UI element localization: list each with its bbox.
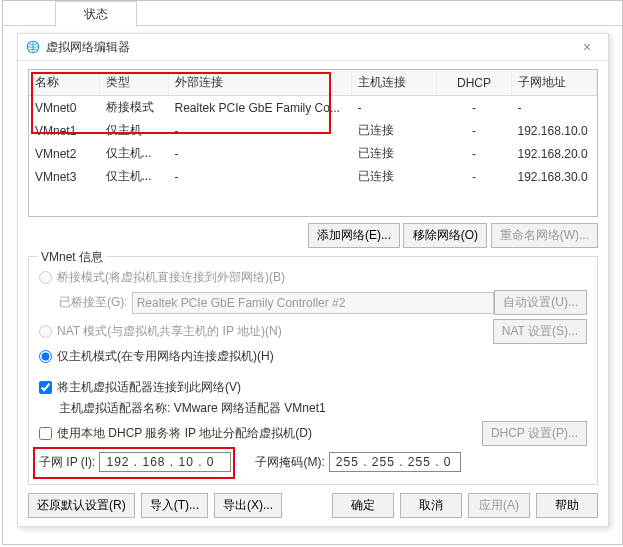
cell-name: VMnet2 [29, 142, 100, 165]
cell-ext: - [169, 165, 352, 188]
close-icon[interactable]: × [574, 34, 600, 60]
rename-network-button: 重命名网络(W)... [491, 223, 598, 248]
subnet-mask-input[interactable]: 255 . 255 . 255 . 0 [329, 452, 461, 472]
radio-hostonly-label: 仅主机模式(在专用网络内连接虚拟机)(H) [57, 348, 274, 365]
cell-ext: Realtek PCIe GbE Family Co... [169, 96, 352, 120]
vnet-editor-dialog: 虚拟网络编辑器 × 名称 类型 外部连接 主机连接 DHCP 子网地址 [17, 33, 609, 527]
radio-hostonly[interactable]: 仅主机模式(在专用网络内连接虚拟机)(H) [39, 348, 274, 365]
nat-set-button: NAT 设置(S)... [493, 319, 587, 344]
cell-name: VMnet0 [29, 96, 100, 120]
table-row[interactable]: VMnet3 仅主机... - 已连接 - 192.168.30.0 [29, 165, 597, 188]
tab-status[interactable]: 状态 [55, 1, 137, 27]
bottom-bar: 还原默认设置(R) 导入(T)... 导出(X)... 确定 取消 应用(A) … [28, 493, 598, 518]
row-nat: NAT 模式(与虚拟机共享主机的 IP 地址)(N) NAT 设置(S)... [39, 319, 587, 344]
row-hostadapter: 将主机虚拟适配器连接到此网络(V) [39, 379, 587, 396]
vmnet-table: 名称 类型 外部连接 主机连接 DHCP 子网地址 VMnet0 桥接模式 Re [28, 69, 598, 217]
radio-hostonly-input[interactable] [39, 350, 52, 363]
row-bridge: 桥接模式(将虚拟机直接连接到外部网络)(B) [39, 269, 587, 286]
bridge-to-label: 已桥接至(G): [59, 294, 128, 311]
chk-hostadapter-input[interactable] [39, 381, 52, 394]
row-hostadapter-name: 主机虚拟适配器名称: VMware 网络适配器 VMnet1 [59, 400, 587, 417]
row-subnet: 子网 IP (I): 192 . 168 . 10 . 0 子网掩码(M): 2… [39, 452, 587, 472]
remove-network-button[interactable]: 移除网络(O) [403, 223, 487, 248]
col-dhcp[interactable]: DHCP [437, 70, 512, 96]
tab-strip: 状态 [3, 1, 622, 26]
table-row[interactable]: VMnet2 仅主机... - 已连接 - 192.168.20.0 [29, 142, 597, 165]
col-type[interactable]: 类型 [100, 70, 169, 96]
cell-host: 已连接 [352, 165, 437, 188]
table-row[interactable]: VMnet1 仅主机... - 已连接 - 192.168.10.0 [29, 119, 597, 142]
row-hostonly: 仅主机模式(在专用网络内连接虚拟机)(H) [39, 348, 587, 365]
radio-nat-label: NAT 模式(与虚拟机共享主机的 IP 地址)(N) [57, 323, 282, 340]
bridge-to-value: Realtek PCIe GbE Family Controller #2 [132, 292, 495, 314]
cell-type: 仅主机... [100, 119, 169, 142]
dhcp-set-button: DHCP 设置(P)... [482, 421, 587, 446]
ok-button[interactable]: 确定 [332, 493, 394, 518]
dialog-title: 虚拟网络编辑器 [46, 34, 574, 60]
cell-dhcp: - [437, 96, 512, 120]
hostadapter-name: 主机虚拟适配器名称: VMware 网络适配器 VMnet1 [59, 400, 326, 417]
radio-bridge-label: 桥接模式(将虚拟机直接连接到外部网络)(B) [57, 269, 285, 286]
radio-nat: NAT 模式(与虚拟机共享主机的 IP 地址)(N) [39, 323, 282, 340]
dialog-content: 名称 类型 外部连接 主机连接 DHCP 子网地址 VMnet0 桥接模式 Re [18, 61, 608, 491]
title-bar: 虚拟网络编辑器 × [18, 34, 608, 61]
chk-dhcp-input[interactable] [39, 427, 52, 440]
cell-name: VMnet1 [29, 119, 100, 142]
cell-host: - [352, 96, 437, 120]
chk-dhcp-label: 使用本地 DHCP 服务将 IP 地址分配给虚拟机(D) [57, 425, 312, 442]
vmnet-info-group: VMnet 信息 桥接模式(将虚拟机直接连接到外部网络)(B) 已桥接至(G):… [28, 256, 598, 485]
export-button[interactable]: 导出(X)... [214, 493, 282, 518]
subnet-ip-label: 子网 IP (I): [39, 454, 95, 471]
network-globe-icon [26, 40, 40, 54]
cell-host: 已连接 [352, 119, 437, 142]
cell-dhcp: - [437, 165, 512, 188]
cell-type: 仅主机... [100, 165, 169, 188]
main-window: 状态 虚拟网络编辑器 × 名称 类型 外部连接 主机连接 DH [2, 0, 623, 545]
cell-ext: - [169, 142, 352, 165]
col-ext[interactable]: 外部连接 [169, 70, 352, 96]
cell-name: VMnet3 [29, 165, 100, 188]
chk-dhcp[interactable]: 使用本地 DHCP 服务将 IP 地址分配给虚拟机(D) [39, 425, 312, 442]
restore-defaults-button[interactable]: 还原默认设置(R) [28, 493, 135, 518]
cell-type: 桥接模式 [100, 96, 169, 120]
cell-subnet: - [512, 96, 597, 120]
subnet-mask-label: 子网掩码(M): [255, 454, 324, 471]
row-dhcp: 使用本地 DHCP 服务将 IP 地址分配给虚拟机(D) DHCP 设置(P).… [39, 421, 587, 446]
cell-type: 仅主机... [100, 142, 169, 165]
apply-button: 应用(A) [468, 493, 530, 518]
cell-dhcp: - [437, 119, 512, 142]
table-header-row: 名称 类型 外部连接 主机连接 DHCP 子网地址 [29, 70, 597, 96]
cell-subnet: 192.168.10.0 [512, 119, 597, 142]
cell-dhcp: - [437, 142, 512, 165]
group-title: VMnet 信息 [37, 249, 107, 266]
cell-subnet: 192.168.30.0 [512, 165, 597, 188]
radio-bridge-input [39, 271, 52, 284]
col-name[interactable]: 名称 [29, 70, 100, 96]
table-row[interactable]: VMnet0 桥接模式 Realtek PCIe GbE Family Co..… [29, 96, 597, 120]
cell-subnet: 192.168.20.0 [512, 142, 597, 165]
cell-ext: - [169, 119, 352, 142]
auto-set-button: 自动设置(U)... [494, 290, 587, 315]
chk-hostadapter[interactable]: 将主机虚拟适配器连接到此网络(V) [39, 379, 241, 396]
row-bridge-to: 已桥接至(G): Realtek PCIe GbE Family Control… [59, 290, 587, 315]
subnet-ip-input[interactable]: 192 . 168 . 10 . 0 [99, 452, 231, 472]
cancel-button[interactable]: 取消 [400, 493, 462, 518]
net-buttons: 添加网络(E)... 移除网络(O) 重命名网络(W)... [28, 223, 598, 248]
col-subnet[interactable]: 子网地址 [512, 70, 597, 96]
cell-host: 已连接 [352, 142, 437, 165]
add-network-button[interactable]: 添加网络(E)... [308, 223, 400, 248]
radio-nat-input [39, 325, 52, 338]
import-button[interactable]: 导入(T)... [141, 493, 208, 518]
radio-bridge: 桥接模式(将虚拟机直接连接到外部网络)(B) [39, 269, 285, 286]
col-host[interactable]: 主机连接 [352, 70, 437, 96]
help-button[interactable]: 帮助 [536, 493, 598, 518]
chk-hostadapter-label: 将主机虚拟适配器连接到此网络(V) [57, 379, 241, 396]
